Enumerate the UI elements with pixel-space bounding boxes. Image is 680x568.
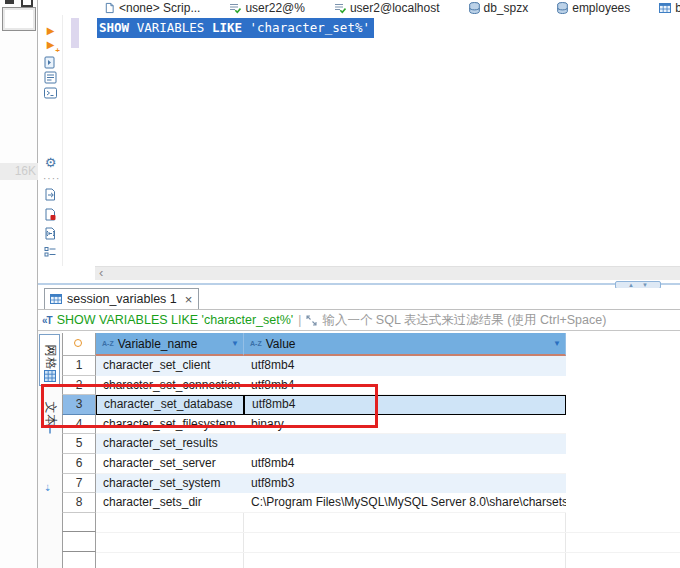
save-report-button[interactable] [43,207,58,222]
tab-user22-label: user22@% [245,1,305,15]
row-guide-line [96,532,680,533]
empty-row-number-cell [62,532,96,552]
editor-tab-bar: <none> Scrip... user22@% user2@localhost… [38,0,680,15]
clipped-window-icon [21,0,33,7]
value-cell[interactable]: utf8mb4 [244,454,566,474]
sql-statement-line[interactable]: SHOW VARIABLES LIKE 'character_set%' [97,20,374,35]
export-result-button[interactable] [43,187,58,202]
row-number[interactable]: 8 [62,493,96,513]
column-menu-arrow-icon[interactable]: ▼ [553,339,561,348]
sql-filter-icon: «T [42,315,52,326]
empty-row-number-cell [62,513,96,533]
results-filter-bar[interactable]: «T SHOW VARIABLES LIKE 'character_set%' … [38,309,680,331]
column-header-label: Value [266,337,296,351]
dbeaver-window: <none> Scrip... user22@% user2@localhost… [38,0,680,568]
variable-name-cell[interactable]: character_set_server [96,454,244,474]
database-icon [469,2,480,14]
clipped-toolbar-icon [5,0,14,4]
table-icon [659,2,671,14]
expand-filter-icon[interactable] [306,315,317,326]
variable-name-cell[interactable]: character_set_client [96,356,244,376]
open-console-button[interactable] [43,85,58,100]
screen: 16K <none> Scrip... user22@% user2@local… [0,0,680,568]
settings-gear-icon[interactable]: ⚙ [43,155,58,170]
row-number[interactable]: 7 [62,474,96,494]
grid-tab-label: 网格 [41,345,58,371]
value-cell[interactable]: utf8mb3 [244,474,566,494]
value-cell[interactable]: C:\Program Files\MySQL\MySQL Server 8.0\… [244,493,566,513]
variable-name-cell[interactable]: character_set_system [96,474,244,494]
page-red-badge-icon [44,208,57,221]
faded-size-label: 16K [0,163,38,180]
row-guide-line [96,552,680,553]
value-cell[interactable] [244,434,566,454]
tab-user2-label: user2@localhost [350,1,440,15]
filter-divider: | [298,313,301,327]
row-number[interactable]: 1 [62,356,96,376]
column-header-label: Variable_name [118,337,198,351]
editor-horizontal-scrollbar[interactable]: ‹ [95,266,680,280]
execute-script-icon [44,56,57,69]
tab-book-cat[interactable]: book_cat... [659,1,680,15]
tab-script-label: <none> Scrip... [119,1,200,15]
outline-icon [44,246,57,258]
column-menu-arrow-icon[interactable]: ▼ [231,339,239,348]
connection-icon [229,2,241,14]
page-arrow-icon [44,188,57,201]
empty-row-number-cell [62,552,96,568]
background-window-edge: 16K [0,0,38,568]
script-file-icon [104,2,115,14]
results-panel: session_variables 1 × «T SHOW VARIABLES … [38,288,680,568]
column-header-value[interactable]: A-Z Value ▼ [244,333,566,356]
sash-line [38,283,680,285]
row-number-header[interactable] [62,333,96,356]
execute-script-button[interactable] [43,55,58,70]
grid-view-icon [44,370,56,382]
row-number[interactable]: 6 [62,454,96,474]
gutter-change-indicator [71,18,79,48]
row-number[interactable]: 5 [62,434,96,454]
database-icon [557,2,568,14]
editor-results-sash[interactable]: ▲ ▼ [38,281,680,288]
variable-name-cell[interactable]: character_set_results [96,434,244,454]
tab-employees-label: employees [572,1,630,15]
tab-employees[interactable]: employees [557,1,630,15]
presentation-tab-grid[interactable]: 网格 [39,334,60,386]
outline-button[interactable] [43,244,58,259]
value-cell[interactable]: utf8mb4 [244,356,566,376]
variable-name-cell[interactable]: character_sets_dir [96,493,244,513]
column-guide-line [243,513,244,568]
explain-plan-button[interactable] [43,70,58,85]
open-in-spreadsheet-button[interactable] [43,226,58,241]
selected-sql-text: SHOW VARIABLES LIKE 'character_set%' [97,18,374,38]
results-tab-bar: session_variables 1 × [38,288,680,309]
grid-result-icon [50,293,62,305]
clipped-panel-box [2,7,36,31]
results-tab-label: session_variables 1 [67,292,177,306]
red-annotation-box [41,384,378,428]
execute-new-tab-button[interactable]: ▶+ [43,38,58,53]
tab-user2[interactable]: user2@localhost [334,1,440,15]
tab-user22[interactable]: user22@% [229,1,305,15]
page-brackets-icon [44,227,57,240]
scroll-left-icon[interactable]: ‹ [99,265,103,280]
tab-db-spzx[interactable]: db_spzx [469,1,529,15]
az-sort-icon: A-Z [250,340,262,347]
presentation-tab-strip: 网格 文本 ⇣ [38,331,62,568]
console-icon [44,87,57,99]
tab-script[interactable]: <none> Scrip... [104,1,200,15]
statement-lines-icon [44,71,57,84]
connection-icon [334,2,346,14]
execute-statement-button[interactable]: ▶ [43,24,58,39]
plus-icon: + [55,48,60,54]
results-tab-session-variables[interactable]: session_variables 1 × [44,288,199,309]
tab-book-cat-label: book_cat... [675,1,680,15]
close-tab-icon[interactable]: × [185,292,193,307]
filter-placeholder-text: 输入一个 SQL 表达式来过滤结果 (使用 Ctrl+Space) [322,312,606,329]
scroll-to-end-icon[interactable]: ⇣ [44,483,52,493]
sql-editor[interactable]: SHOW VARIABLES LIKE 'character_set%' [62,15,680,266]
key-ring-icon [74,339,82,347]
editor-toolbar: ▶ ▶+ ⚙ ···· [38,15,62,285]
filter-query-text: SHOW VARIABLES LIKE 'character_set%' [57,313,294,327]
column-header-variable-name[interactable]: A-Z Variable_name ▼ [96,333,244,356]
